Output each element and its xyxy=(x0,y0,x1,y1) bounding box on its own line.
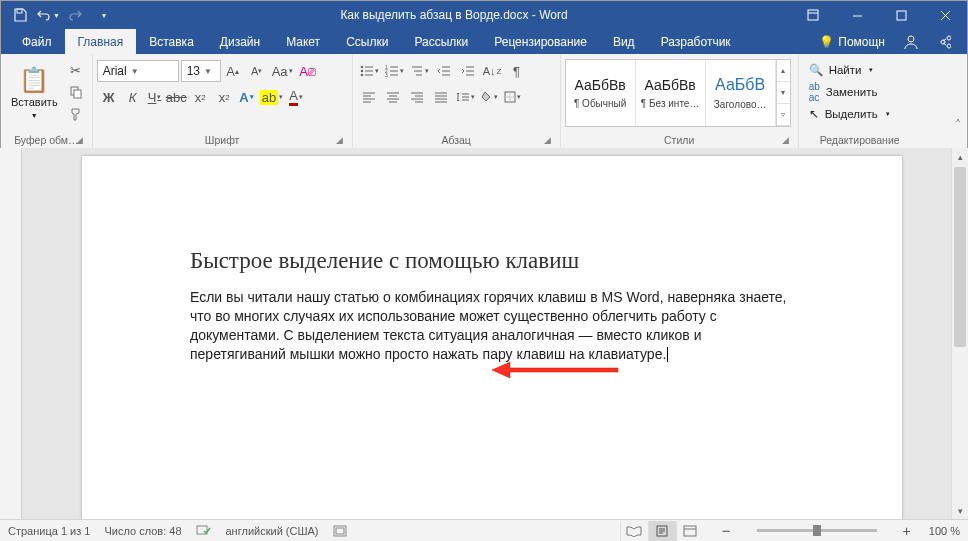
paste-button[interactable]: 📋 Вставить▼ xyxy=(5,57,64,129)
select-button[interactable]: ↖Выделить▾ xyxy=(803,103,896,125)
print-layout-button[interactable] xyxy=(648,521,676,541)
tab-home[interactable]: Главная xyxy=(65,29,137,54)
text-effects-button[interactable]: A▾ xyxy=(236,86,256,108)
minimize-button[interactable] xyxy=(835,1,879,29)
zoom-slider[interactable] xyxy=(757,529,877,532)
styles-scroll-down-button[interactable]: ▾ xyxy=(777,82,790,104)
paragraph-launcher-icon[interactable]: ◢ xyxy=(542,134,554,146)
scroll-down-button[interactable]: ▾ xyxy=(952,502,968,519)
justify-button[interactable] xyxy=(429,86,453,108)
redo-button[interactable] xyxy=(63,3,89,27)
style-normal[interactable]: АаБбВв¶ Обычный xyxy=(566,60,636,126)
shading-button[interactable]: ▾ xyxy=(478,86,501,108)
style-heading1[interactable]: АаБбВЗаголово… xyxy=(706,60,776,126)
zoom-slider-thumb[interactable] xyxy=(813,525,821,536)
show-marks-button[interactable]: ¶ xyxy=(504,60,528,82)
sort-button[interactable]: A↓Z xyxy=(480,60,505,82)
borders-button[interactable]: ▾ xyxy=(501,86,524,108)
document-heading: Быстрое выделение с помощью клавиш xyxy=(190,248,794,274)
svg-text:3: 3 xyxy=(385,72,388,77)
subscript-button[interactable]: x2 xyxy=(188,86,212,108)
web-layout-button[interactable] xyxy=(676,521,704,541)
shrink-font-button[interactable]: A▾ xyxy=(245,60,269,82)
undo-button[interactable]: ▼ xyxy=(35,3,61,27)
save-button[interactable] xyxy=(7,3,33,27)
tab-mailings[interactable]: Рассылки xyxy=(401,29,481,54)
word-count-status[interactable]: Число слов: 48 xyxy=(104,525,181,537)
font-name-combo[interactable]: Arial▼ xyxy=(97,60,179,82)
style-no-spacing[interactable]: АаБбВв¶ Без инте… xyxy=(636,60,706,126)
tell-me-button[interactable]: 💡Помощн xyxy=(811,35,893,49)
find-button[interactable]: 🔍Найти▾ xyxy=(803,59,896,81)
maximize-button[interactable] xyxy=(879,1,923,29)
tab-review[interactable]: Рецензирование xyxy=(481,29,600,54)
window-controls xyxy=(791,1,967,29)
superscript-button[interactable]: x2 xyxy=(212,86,236,108)
paste-icon: 📋 xyxy=(19,66,49,94)
close-button[interactable] xyxy=(923,1,967,29)
styles-expand-button[interactable]: ▿ xyxy=(777,104,790,126)
macro-status-icon[interactable] xyxy=(333,525,347,537)
document-viewport[interactable]: Быстрое выделение с помощью клавиш Если … xyxy=(22,148,951,519)
highlight-button[interactable]: ab▾ xyxy=(257,86,286,108)
read-mode-button[interactable] xyxy=(620,521,648,541)
font-launcher-icon[interactable]: ◢ xyxy=(334,134,346,146)
styles-gallery[interactable]: АаБбВв¶ Обычный АаБбВв¶ Без инте… АаБбВЗ… xyxy=(565,59,791,127)
scrollbar-thumb[interactable] xyxy=(954,167,966,347)
numbering-button[interactable]: 123▾ xyxy=(382,60,407,82)
group-font: Arial▼ 13▼ A▴ A▾ Aa▾ A⎚ Ж К Ч▾ abc x2 x2… xyxy=(93,54,353,148)
svg-rect-5 xyxy=(74,90,81,98)
group-paragraph-label: Абзац xyxy=(441,134,470,146)
align-right-button[interactable] xyxy=(405,86,429,108)
share-button[interactable] xyxy=(929,35,959,49)
align-center-button[interactable] xyxy=(381,86,405,108)
document-body: Если вы читали нашу статью о комбинациях… xyxy=(190,288,794,364)
replace-label: Заменить xyxy=(826,86,878,98)
italic-button[interactable]: К xyxy=(121,86,145,108)
line-spacing-button[interactable]: ▾ xyxy=(453,86,478,108)
tab-file[interactable]: Файл xyxy=(9,29,65,54)
styles-scroll-up-button[interactable]: ▴ xyxy=(777,60,790,82)
strikethrough-button[interactable]: abc xyxy=(164,86,188,108)
page[interactable]: Быстрое выделение с помощью клавиш Если … xyxy=(82,156,902,519)
scroll-up-button[interactable]: ▴ xyxy=(952,148,968,165)
replace-button[interactable]: abacЗаменить xyxy=(803,81,896,103)
account-button[interactable] xyxy=(895,34,927,50)
ribbon-display-options-button[interactable] xyxy=(791,1,835,29)
tab-references[interactable]: Ссылки xyxy=(333,29,401,54)
decrease-indent-button[interactable] xyxy=(432,60,456,82)
qat-customize-button[interactable]: ▾ xyxy=(91,3,117,27)
increase-indent-button[interactable] xyxy=(456,60,480,82)
zoom-in-button[interactable]: + xyxy=(899,523,915,539)
zoom-level-status[interactable]: 100 % xyxy=(929,525,960,537)
zoom-out-button[interactable]: − xyxy=(718,522,735,539)
spellcheck-icon[interactable] xyxy=(196,524,212,538)
tab-layout[interactable]: Макет xyxy=(273,29,333,54)
font-size-combo[interactable]: 13▼ xyxy=(181,60,221,82)
tab-insert[interactable]: Вставка xyxy=(136,29,207,54)
scrollbar-track[interactable] xyxy=(952,165,968,502)
language-status[interactable]: английский (США) xyxy=(226,525,319,537)
change-case-button[interactable]: Aa▾ xyxy=(269,60,296,82)
underline-button[interactable]: Ч▾ xyxy=(145,86,165,108)
clear-formatting-button[interactable]: A⎚ xyxy=(296,60,320,82)
grow-font-button[interactable]: A▴ xyxy=(221,60,245,82)
format-painter-button[interactable] xyxy=(64,103,88,125)
copy-button[interactable] xyxy=(64,81,88,103)
collapse-ribbon-button[interactable]: ˄ xyxy=(955,118,961,132)
clipboard-launcher-icon[interactable]: ◢ xyxy=(74,134,86,146)
page-number-status[interactable]: Страница 1 из 1 xyxy=(8,525,90,537)
bold-button[interactable]: Ж xyxy=(97,86,121,108)
font-color-button[interactable]: A▾ xyxy=(286,86,306,108)
tab-developer[interactable]: Разработчик xyxy=(648,29,744,54)
tab-view[interactable]: Вид xyxy=(600,29,648,54)
title-bar: ▼ ▾ Как выделить абзац в Ворде.docx - Wo… xyxy=(1,1,967,29)
vertical-ruler[interactable] xyxy=(0,148,22,519)
cut-button[interactable]: ✂ xyxy=(64,59,88,81)
tab-design[interactable]: Дизайн xyxy=(207,29,273,54)
bullets-button[interactable]: ▾ xyxy=(357,60,382,82)
styles-launcher-icon[interactable]: ◢ xyxy=(780,134,792,146)
align-left-button[interactable] xyxy=(357,86,381,108)
multilevel-list-button[interactable]: ▾ xyxy=(407,60,432,82)
vertical-scrollbar[interactable]: ▴ ▾ xyxy=(951,148,968,519)
